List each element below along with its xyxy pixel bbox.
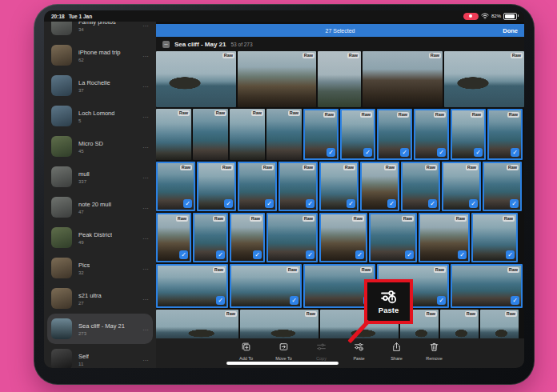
sidebar-item-loch-lomond[interactable]: Loch Lomond5…	[44, 101, 156, 131]
sidebar-item-la-rochelle[interactable]: La Rochelle37…	[44, 70, 156, 101]
photo-thumbnail[interactable]: Raw✓	[451, 264, 523, 308]
photo-thumbnail[interactable]: Raw	[230, 109, 265, 160]
bottom-toolbar: Add ToMove ToCopyPasteShareRemove	[156, 338, 524, 368]
sidebar-item-micro-sd[interactable]: Micro SD45…	[44, 131, 156, 162]
photo-thumbnail[interactable]: Raw✓	[419, 213, 470, 262]
selection-check-icon[interactable]: ✓	[511, 296, 519, 305]
photo-thumbnail[interactable]: Raw	[193, 109, 228, 160]
select-all-checkbox[interactable]: –	[162, 41, 170, 48]
album-overflow-menu-icon[interactable]: …	[142, 143, 150, 150]
photo-thumbnail[interactable]: Raw	[318, 51, 361, 107]
photo-thumbnail[interactable]: Raw✓	[369, 213, 417, 262]
selection-check-icon[interactable]: ✓	[387, 199, 396, 208]
sidebar-item-self[interactable]: Self11…	[44, 344, 156, 368]
selection-check-icon[interactable]: ✓	[428, 199, 437, 208]
album-count: 11	[78, 362, 89, 366]
selection-check-icon[interactable]: ✓	[253, 250, 262, 259]
photo-thumbnail[interactable]: Raw✓	[303, 109, 339, 160]
photo-thumbnail[interactable]: Raw✓	[238, 162, 277, 211]
album-overflow-menu-icon[interactable]: …	[142, 174, 150, 180]
photo-thumbnail[interactable]: Raw✓	[156, 264, 228, 308]
sidebar-item-family-photos[interactable]: Family photos34…	[44, 22, 156, 40]
move-to-label: Move To	[275, 356, 292, 361]
selection-check-icon[interactable]: ✓	[437, 148, 446, 157]
selection-check-icon[interactable]: ✓	[363, 148, 372, 157]
selection-check-icon[interactable]: ✓	[216, 296, 225, 305]
photo-thumbnail[interactable]: Raw✓	[319, 162, 359, 211]
photo-thumbnail[interactable]: Raw✓	[193, 213, 228, 262]
photo-thumbnail[interactable]: Raw✓	[442, 162, 481, 211]
selection-check-icon[interactable]: ✓	[347, 199, 355, 208]
selection-check-icon[interactable]: ✓	[511, 148, 519, 157]
selection-check-icon[interactable]: ✓	[510, 199, 519, 208]
photo-thumbnail[interactable]: Raw✓	[483, 162, 522, 211]
album-overflow-menu-icon[interactable]: …	[142, 113, 150, 119]
selection-check-icon[interactable]: ✓	[506, 250, 515, 259]
photo-thumbnail[interactable]: Raw	[266, 109, 302, 160]
photo-thumbnail[interactable]: Raw✓	[451, 109, 486, 160]
sidebar-item-mull[interactable]: mull337…	[44, 162, 156, 192]
sidebar-item-s21-ultra[interactable]: s21 ultra27…	[44, 283, 156, 314]
sidebar-item-sea-cliff-may-21[interactable]: Sea cliff - May 21273…	[47, 314, 153, 344]
selection-check-icon[interactable]: ✓	[327, 148, 335, 157]
sidebar-item-iphone-mad-trip[interactable]: iPhone mad trip62…	[44, 40, 156, 70]
selection-check-icon[interactable]: ✓	[224, 199, 233, 208]
sidebar-item-note-20-mull[interactable]: note 20 mull47…	[44, 192, 156, 222]
photo-thumbnail[interactable]: Raw	[156, 51, 236, 107]
selection-check-icon[interactable]: ✓	[355, 250, 364, 259]
screen-recording-badge[interactable]	[463, 13, 479, 20]
selection-check-icon[interactable]: ✓	[405, 250, 414, 259]
photo-thumbnail[interactable]: Raw✓	[156, 162, 195, 211]
photo-thumbnail[interactable]: Raw✓	[197, 162, 236, 211]
selection-check-icon[interactable]: ✓	[306, 199, 315, 208]
photo-thumbnail[interactable]: Raw✓	[401, 162, 440, 211]
selection-check-icon[interactable]: ✓	[400, 148, 409, 157]
selection-check-icon[interactable]: ✓	[183, 199, 192, 208]
album-thumbnail	[51, 45, 72, 66]
selection-check-icon[interactable]: ✓	[437, 296, 446, 305]
selection-check-icon[interactable]: ✓	[179, 250, 188, 259]
photo-thumbnail[interactable]: Raw✓	[319, 213, 367, 262]
photo-thumbnail[interactable]: Raw	[444, 51, 524, 107]
album-overflow-menu-icon[interactable]: …	[142, 22, 150, 28]
done-button[interactable]: Done	[503, 27, 524, 34]
selection-check-icon[interactable]: ✓	[216, 250, 225, 259]
selection-check-icon[interactable]: ✓	[306, 250, 315, 259]
album-overflow-menu-icon[interactable]: …	[142, 82, 150, 89]
photo-thumbnail[interactable]: Raw✓	[230, 264, 302, 308]
selection-check-icon[interactable]: ✓	[469, 199, 478, 208]
home-indicator[interactable]	[226, 362, 339, 365]
album-overflow-menu-icon[interactable]: …	[142, 295, 150, 302]
photo-thumbnail[interactable]: Raw✓	[340, 109, 375, 160]
album-overflow-menu-icon[interactable]: …	[142, 234, 150, 241]
photo-thumbnail[interactable]: Raw✓	[230, 213, 265, 262]
photo-thumbnail[interactable]: Raw	[363, 51, 443, 107]
photo-thumbnail[interactable]: Raw	[238, 51, 316, 107]
sidebar-item-peak-district[interactable]: Peak District49…	[44, 222, 156, 253]
remove-button[interactable]: Remove	[421, 342, 448, 368]
album-overflow-menu-icon[interactable]: …	[142, 204, 150, 210]
album-overflow-menu-icon[interactable]: …	[142, 326, 150, 332]
album-overflow-menu-icon[interactable]: …	[142, 52, 150, 58]
photo-thumbnail[interactable]: Raw✓	[156, 213, 191, 262]
selection-check-icon[interactable]: ✓	[474, 148, 483, 157]
photo-thumbnail[interactable]: Raw✓	[487, 109, 523, 160]
photo-thumbnail[interactable]: Raw✓	[278, 162, 318, 211]
photo-thumbnail[interactable]: Raw✓	[414, 109, 449, 160]
selection-check-icon[interactable]: ✓	[265, 199, 274, 208]
selection-check-icon[interactable]: ✓	[458, 250, 467, 259]
photo-thumbnail[interactable]: Raw✓	[266, 213, 318, 262]
album-thumbnail	[51, 197, 72, 218]
album-overflow-menu-icon[interactable]: …	[142, 265, 150, 271]
photo-thumbnail[interactable]: Raw✓	[471, 213, 518, 262]
album-name: s21 ultra	[78, 292, 102, 299]
selection-check-icon[interactable]: ✓	[290, 296, 299, 305]
share-button[interactable]: Share	[383, 342, 411, 368]
sidebar-item-pics[interactable]: Pics32…	[44, 253, 156, 283]
album-overflow-menu-icon[interactable]: …	[142, 356, 150, 362]
raw-badge: Raw	[250, 216, 262, 222]
paste-button[interactable]: Paste	[346, 342, 373, 368]
photo-thumbnail[interactable]: Raw	[156, 109, 191, 160]
photo-thumbnail[interactable]: Raw✓	[360, 162, 399, 211]
photo-thumbnail[interactable]: Raw✓	[377, 109, 412, 160]
